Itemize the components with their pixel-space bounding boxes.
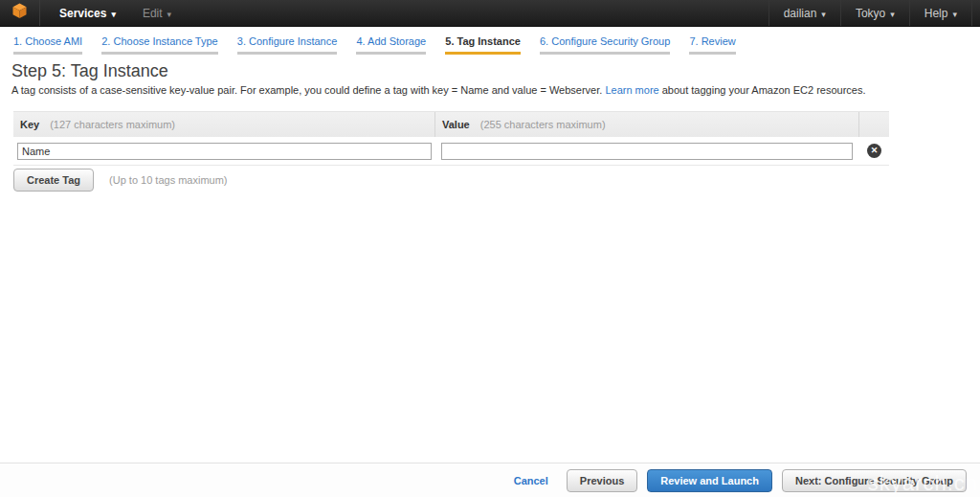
page-description-text: A tag consists of a case-sensitive key-v…: [11, 84, 602, 96]
nav-region-label: Tokyo: [856, 7, 885, 20]
tag-key-input[interactable]: [17, 143, 432, 160]
delete-tag-icon[interactable]: ✕: [867, 144, 881, 158]
chevron-down-icon: ▾: [821, 10, 826, 19]
tag-table-header: Key (127 characters maximum) Value (255 …: [13, 111, 889, 137]
tab-add-storage[interactable]: 4. Add Storage: [356, 35, 426, 55]
nav-user-label: dailian: [784, 7, 817, 20]
create-tag-row: Create Tag (Up to 10 tags maximum): [13, 169, 228, 192]
top-nav-bar: Services ▾ Edit ▾ dailian ▾ Tokyo ▾ Help…: [0, 0, 980, 27]
nav-edit-menu[interactable]: Edit ▾: [143, 7, 171, 20]
nav-spacer: [171, 0, 768, 26]
next-configure-security-group-button[interactable]: Next: Configure Security Group: [782, 469, 967, 492]
value-header-hint: (255 characters maximum): [480, 119, 606, 130]
nav-help-label: Help: [924, 7, 948, 20]
tab-choose-instance-type[interactable]: 2. Choose Instance Type: [101, 35, 218, 55]
learn-more-link[interactable]: Learn more: [605, 84, 658, 96]
tab-tag-instance[interactable]: 5. Tag Instance: [445, 35, 521, 55]
tab-configure-instance[interactable]: 3. Configure Instance: [237, 35, 338, 55]
nav-help-menu[interactable]: Help ▾: [909, 0, 972, 26]
chevron-down-icon: ▾: [111, 10, 116, 19]
tag-row: ✕: [13, 137, 889, 166]
key-column-header: Key (127 characters maximum): [13, 112, 435, 137]
tag-value-cell: [435, 142, 859, 160]
tags-limit-hint: (Up to 10 tags maximum): [109, 174, 227, 186]
previous-button[interactable]: Previous: [567, 469, 637, 492]
review-and-launch-button[interactable]: Review and Launch: [647, 469, 772, 492]
ec2-launch-wizard-page: { "nav": { "logo_icon": "aws-cube-icon",…: [0, 0, 980, 497]
nav-services-label: Services: [59, 7, 106, 20]
tab-configure-security-group[interactable]: 6. Configure Security Group: [540, 35, 670, 55]
action-column-header: [859, 112, 889, 137]
cancel-link[interactable]: Cancel: [514, 475, 548, 486]
page-title: Step 5: Tag Instance: [11, 61, 168, 81]
tag-value-input[interactable]: [441, 143, 853, 160]
chevron-down-icon: ▾: [890, 10, 895, 19]
aws-cube-icon: [11, 2, 29, 24]
nav-edit-label: Edit: [143, 7, 163, 20]
nav-region-menu[interactable]: Tokyo ▾: [840, 0, 909, 26]
tab-review[interactable]: 7. Review: [689, 35, 735, 55]
key-header-hint: (127 characters maximum): [50, 119, 175, 130]
value-column-header: Value (255 characters maximum): [435, 112, 859, 137]
nav-services-menu[interactable]: Services ▾: [59, 7, 116, 20]
page-description: A tag consists of a case-sensitive key-v…: [11, 84, 866, 96]
chevron-down-icon: ▾: [167, 10, 172, 19]
tab-choose-ami[interactable]: 1. Choose AMI: [13, 35, 82, 55]
chevron-down-icon: ▾: [952, 10, 957, 19]
page-description-text-after: about tagging your Amazon EC2 resources.: [662, 84, 866, 96]
wizard-step-tabs: 1. Choose AMI 2. Choose Instance Type 3.…: [13, 35, 752, 55]
create-tag-button[interactable]: Create Tag: [13, 169, 94, 192]
tag-table: Key (127 characters maximum) Value (255 …: [13, 111, 889, 166]
aws-logo[interactable]: [0, 0, 40, 26]
tag-key-cell: [13, 142, 435, 160]
tag-action-cell: ✕: [859, 144, 889, 158]
footer-action-bar: Cancel Previous Review and Launch Next: …: [0, 463, 980, 497]
key-header-label: Key: [20, 119, 39, 130]
value-header-label: Value: [442, 119, 470, 130]
nav-user-menu[interactable]: dailian ▾: [768, 0, 840, 26]
